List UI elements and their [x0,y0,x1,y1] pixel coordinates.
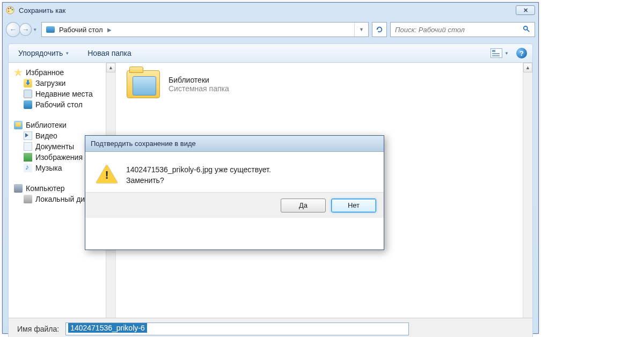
scroll-up-icon[interactable]: ▲ [106,63,115,72]
warning-icon [96,165,118,184]
paint-app-icon [6,6,14,14]
search-bar[interactable] [390,22,535,37]
chevron-down-icon: ▼ [65,51,69,56]
dialog-body: 1402471536_prikoly-6.jpg уже существует.… [85,152,384,192]
tree-label: Локальный диск [35,195,92,203]
document-icon [24,142,32,151]
address-location: Рабочий стол [59,26,103,34]
dialog-line2: Заменить? [126,175,271,186]
tree-label: Загрузки [35,79,65,87]
sidebar-item-desktop[interactable]: Рабочий стол [13,99,115,110]
navbar: ← → ▼ Рабочий стол ▶ ▼ [6,19,535,40]
tree-label: Библиотеки [26,121,67,129]
sidebar-item-downloads[interactable]: Загрузки [13,78,115,89]
computer-icon [14,184,23,193]
svg-point-3 [12,9,13,11]
svg-point-5 [524,26,528,30]
music-icon [24,164,32,172]
address-bar[interactable]: Рабочий стол ▶ ▼ [41,22,369,37]
refresh-icon [376,26,383,33]
tree-label: Музыка [35,164,62,172]
sidebar-item-libraries[interactable]: Библиотеки [13,120,115,130]
no-button[interactable]: Нет [331,199,376,213]
video-icon [24,131,32,140]
sidebar-item-recent[interactable]: Недавние места [13,89,115,99]
organize-button[interactable]: Упорядочить ▼ [14,47,74,60]
yes-button[interactable]: Да [281,199,326,213]
star-icon [14,68,23,77]
filename-selected-text: 1402471536_prikoly-6 [68,323,147,333]
nav-buttons: ← → ▼ [6,21,38,38]
tree-label: Компьютер [26,184,64,193]
recent-icon [24,90,32,98]
address-dropdown-icon[interactable]: ▼ [354,23,368,36]
window-title: Сохранить как [19,6,65,14]
libraries-icon [14,121,23,129]
forward-button[interactable]: → [19,23,32,36]
tree-label: Документы [35,142,74,151]
svg-point-0 [6,6,14,14]
svg-point-1 [8,8,10,10]
dialog-title: Подтвердить сохранение в виде [85,136,384,152]
tree-label: Рабочий стол [35,100,83,109]
tree-label: Недавние места [35,90,93,98]
chevron-down-icon: ▼ [504,51,509,56]
sidebar-item-favorites[interactable]: Избранное [13,67,115,78]
view-mode-icon [491,48,502,58]
item-type: Системная папка [169,84,229,93]
svg-point-4 [8,11,10,12]
refresh-button[interactable] [372,22,387,37]
search-icon[interactable] [523,25,530,34]
toolbar: Упорядочить ▼ Новая папка ▼ ? [8,43,533,63]
svg-line-6 [527,29,529,31]
filename-label: Имя файла: [17,325,59,333]
dialog-buttons: Да Нет [85,192,384,218]
new-folder-label: Новая папка [87,49,131,57]
tree-label: Видео [35,131,57,140]
image-icon [24,153,32,162]
downloads-icon [24,79,32,87]
back-button[interactable]: ← [6,22,20,37]
dialog-message: 1402471536_prikoly-6.jpg уже существует.… [126,165,271,186]
scroll-up-icon[interactable]: ▲ [523,63,532,72]
help-button[interactable]: ? [516,48,527,58]
item-name: Библиотеки [169,76,229,84]
new-folder-button[interactable]: Новая папка [83,47,136,60]
breadcrumb-chevron-icon[interactable]: ▶ [107,27,112,33]
desktop-icon [46,26,55,33]
main-scrollbar[interactable]: ▲ ▼ [523,63,532,337]
list-item[interactable]: Библиотеки Системная папка [127,70,530,98]
nav-history-dropdown[interactable]: ▼ [33,27,38,32]
svg-point-2 [10,8,12,9]
confirm-save-dialog: Подтвердить сохранение в виде 1402471536… [85,135,384,250]
dialog-line1: 1402471536_prikoly-6.jpg уже существует. [126,165,271,175]
tree-label: Изображения [35,153,83,162]
organize-label: Упорядочить [18,49,63,57]
desktop-icon [24,100,32,109]
filename-input[interactable]: 1402471536_prikoly-6 [65,323,409,335]
search-input[interactable] [395,26,521,34]
titlebar: Сохранить как ✕ [3,3,538,18]
disk-icon [24,195,32,203]
close-button[interactable]: ✕ [516,5,535,15]
tree-label: Избранное [26,68,64,77]
filename-strip: Имя файла: 1402471536_prikoly-6 [9,318,532,337]
libraries-folder-icon [127,70,160,98]
view-mode-button[interactable]: ▼ [491,48,509,58]
